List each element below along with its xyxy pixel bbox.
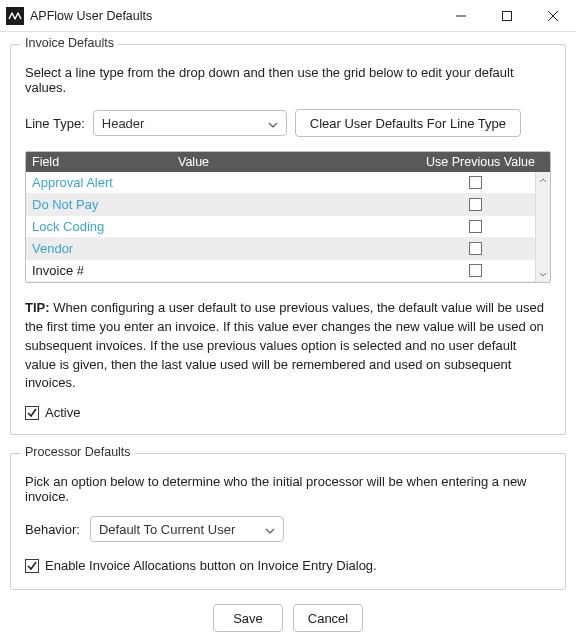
grid-row[interactable]: Approval Alert xyxy=(26,172,535,194)
chevron-down-icon xyxy=(265,522,275,537)
title-bar: APFlow User Defaults xyxy=(0,0,576,32)
dialog-footer: Save Cancel xyxy=(10,592,566,633)
grid-cell-field[interactable]: Approval Alert xyxy=(26,175,178,190)
save-button[interactable]: Save xyxy=(213,604,283,632)
invoice-defaults-legend: Invoice Defaults xyxy=(21,36,118,50)
maximize-button[interactable] xyxy=(484,0,530,32)
grid-row[interactable]: Vendor xyxy=(26,238,535,260)
active-label: Active xyxy=(45,405,80,420)
grid-cell-field[interactable]: Lock Coding xyxy=(26,219,178,234)
use-previous-checkbox[interactable] xyxy=(469,198,482,211)
use-previous-checkbox[interactable] xyxy=(469,176,482,189)
scroll-track[interactable] xyxy=(536,188,550,266)
line-type-combo[interactable]: Header xyxy=(93,110,287,136)
defaults-grid: Field Value Use Previous Value Approval … xyxy=(25,151,551,283)
svg-rect-1 xyxy=(503,11,512,20)
grid-scrollbar[interactable] xyxy=(535,172,550,282)
grid-cell-field[interactable]: Do Not Pay xyxy=(26,197,178,212)
use-previous-checkbox[interactable] xyxy=(469,220,482,233)
cancel-button[interactable]: Cancel xyxy=(293,604,363,632)
behavior-label: Behavior: xyxy=(25,522,80,537)
tip-body: When configuring a user default to use p… xyxy=(25,300,544,390)
invoice-defaults-instruction: Select a line type from the drop down an… xyxy=(25,65,551,95)
enable-allocations-label: Enable Invoice Allocations button on Inv… xyxy=(45,558,377,573)
processor-defaults-instruction: Pick an option below to determine who th… xyxy=(25,474,551,504)
grid-header: Field Value Use Previous Value xyxy=(26,152,550,172)
grid-header-field[interactable]: Field xyxy=(26,155,178,169)
enable-allocations-checkbox[interactable] xyxy=(25,559,39,573)
grid-row[interactable]: Lock Coding xyxy=(26,216,535,238)
app-icon xyxy=(6,7,24,25)
chevron-down-icon xyxy=(268,116,278,131)
invoice-defaults-group: Invoice Defaults Select a line type from… xyxy=(10,44,566,435)
minimize-button[interactable] xyxy=(438,0,484,32)
grid-header-value[interactable]: Value xyxy=(178,155,426,169)
grid-header-prev[interactable]: Use Previous Value xyxy=(426,155,550,169)
behavior-value: Default To Current User xyxy=(99,522,265,537)
grid-cell-field[interactable]: Invoice # xyxy=(26,263,178,278)
clear-user-defaults-button[interactable]: Clear User Defaults For Line Type xyxy=(295,109,521,137)
behavior-combo[interactable]: Default To Current User xyxy=(90,516,284,542)
tip-text: TIP: When configuring a user default to … xyxy=(25,299,551,393)
tip-label: TIP: xyxy=(25,300,50,315)
close-button[interactable] xyxy=(530,0,576,32)
line-type-label: Line Type: xyxy=(25,116,85,131)
active-checkbox[interactable] xyxy=(25,406,39,420)
processor-defaults-group: Processor Defaults Pick an option below … xyxy=(10,453,566,590)
scroll-down-icon[interactable] xyxy=(536,266,550,282)
window-title: APFlow User Defaults xyxy=(30,9,152,23)
scroll-up-icon[interactable] xyxy=(536,172,550,188)
grid-row[interactable]: Invoice # xyxy=(26,260,535,282)
line-type-value: Header xyxy=(102,116,268,131)
use-previous-checkbox[interactable] xyxy=(469,264,482,277)
use-previous-checkbox[interactable] xyxy=(469,242,482,255)
grid-row[interactable]: Do Not Pay xyxy=(26,194,535,216)
grid-cell-field[interactable]: Vendor xyxy=(26,241,178,256)
processor-defaults-legend: Processor Defaults xyxy=(21,445,135,459)
